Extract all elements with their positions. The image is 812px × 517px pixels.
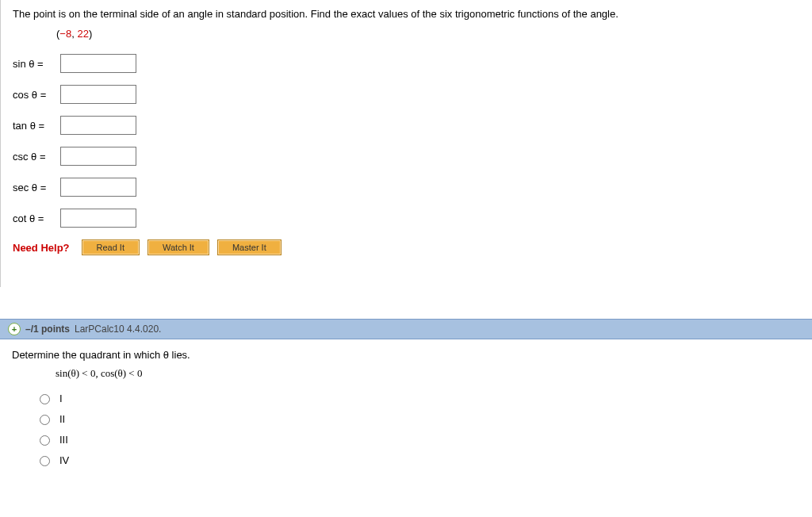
point-x: −8 (59, 28, 71, 40)
row-tan: tan θ = (13, 116, 800, 135)
option-I-label: I (59, 393, 63, 404)
q2-ref: LarPCalc10 4.4.020. (75, 324, 161, 335)
label-csc: csc θ = (13, 151, 60, 163)
radio-II[interactable] (40, 415, 50, 425)
paren-close: ) (89, 28, 92, 40)
row-cos: cos θ = (13, 85, 800, 104)
spacer (0, 287, 812, 319)
watch-it-button[interactable]: Watch It (147, 239, 209, 255)
label-cot: cot θ = (13, 213, 60, 224)
input-sin[interactable] (60, 54, 136, 73)
radio-III[interactable] (40, 435, 50, 446)
label-tan: tan θ = (13, 120, 60, 132)
row-csc: csc θ = (13, 147, 800, 166)
label-sec: sec θ = (13, 182, 60, 193)
option-II[interactable]: II (36, 412, 800, 425)
read-it-button[interactable]: Read It (82, 239, 140, 255)
point-y: 22 (77, 28, 88, 40)
row-sec: sec θ = (13, 178, 800, 197)
option-III[interactable]: III (36, 433, 800, 446)
q2-prompt: Determine the quadrant in which θ lies. (12, 349, 800, 361)
option-I[interactable]: I (36, 392, 800, 404)
question-2-header: + –/1 points LarPCalc10 4.4.020. (0, 319, 812, 339)
question-2-body: Determine the quadrant in which θ lies. … (0, 339, 812, 482)
input-tan[interactable] (60, 116, 136, 135)
q1-prompt: The point is on the terminal side of an … (13, 8, 800, 20)
option-IV-label: IV (59, 454, 69, 466)
question-1: The point is on the terminal side of an … (0, 0, 812, 287)
input-cot[interactable] (60, 209, 136, 228)
option-II-label: II (59, 413, 65, 425)
input-cos[interactable] (60, 85, 136, 104)
q1-point: (−8, 22) (56, 28, 800, 40)
radio-IV[interactable] (40, 456, 50, 466)
need-help-label: Need Help? (13, 242, 70, 254)
radio-I[interactable] (40, 394, 50, 404)
q2-options: I II III IV (36, 392, 800, 466)
q2-condition: sin(θ) < 0, cos(θ) < 0 (56, 367, 800, 380)
option-IV[interactable]: IV (36, 454, 800, 466)
expand-icon[interactable]: + (8, 323, 21, 335)
label-cos: cos θ = (13, 89, 60, 101)
input-csc[interactable] (60, 147, 136, 166)
row-cot: cot θ = (13, 209, 800, 228)
input-sec[interactable] (60, 178, 136, 197)
need-help: Need Help? Read It Watch It Master It (13, 239, 800, 255)
master-it-button[interactable]: Master It (217, 239, 282, 255)
option-III-label: III (59, 434, 68, 446)
row-sin: sin θ = (13, 54, 800, 73)
q2-points: –/1 points (25, 324, 70, 335)
label-sin: sin θ = (13, 58, 60, 70)
